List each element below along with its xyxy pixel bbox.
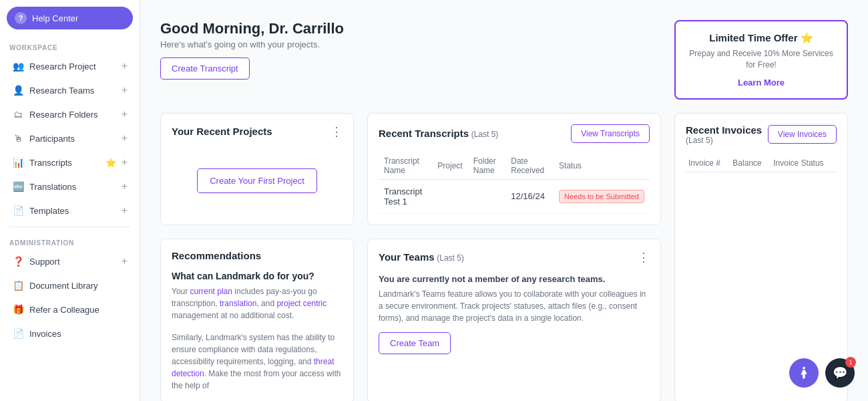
transcript-date: 12/16/24	[505, 179, 554, 213]
sidebar-item-invoices[interactable]: 📄 Invoices	[3, 321, 137, 346]
sidebar-item-label: Invoices	[29, 329, 128, 339]
recent-projects-card: Your Recent Projects ⋮ Create Your First…	[160, 113, 354, 225]
sidebar-item-translations[interactable]: 🔤 Translations +	[3, 174, 137, 198]
th-date-received: Date Received	[505, 152, 554, 180]
transcripts-title: Recent Transcripts	[379, 128, 469, 139]
learn-more-button[interactable]: Learn More	[738, 78, 785, 88]
main-content: Good Morning, Dr. Carrillo Here's what's…	[140, 0, 868, 401]
rec-para2: Similarly, Landmark's system has the abi…	[172, 331, 343, 392]
th-status: Status	[554, 152, 650, 180]
th-invoice-status: Invoice Status	[771, 154, 837, 172]
sidebar-item-label: Refer a Colleague	[29, 305, 128, 315]
teams-description: Landmark's Teams feature allows you to c…	[379, 288, 650, 324]
promo-description: Prepay and Receive 10% More Services for…	[689, 48, 833, 71]
recent-projects-more-icon[interactable]: ⋮	[331, 124, 343, 139]
sidebar-item-transcripts[interactable]: 📊 Transcripts ⭐ +	[3, 150, 137, 174]
workspace-section-label: WORKSPACE	[0, 36, 140, 54]
teams-card: Your Teams (Last 5) ⋮ You are currently …	[367, 239, 661, 401]
sidebar-item-label: Research Project	[29, 61, 116, 72]
rec-link2[interactable]: translation	[220, 299, 256, 308]
sidebar-item-document-library[interactable]: 📋 Document Library	[3, 273, 137, 297]
th-balance: Balance	[730, 154, 771, 172]
star-icon: ⭐	[105, 158, 116, 168]
greeting: Good Morning, Dr. Carrillo Here's what's…	[160, 20, 344, 80]
status-badge: Needs to be Submitted	[559, 190, 644, 203]
rec-link3[interactable]: project centric	[276, 299, 327, 308]
chat-icon: 💬	[833, 366, 847, 380]
help-center-button[interactable]: ? Help Center	[7, 7, 133, 29]
greeting-title: Good Morning, Dr. Carrillo	[160, 20, 344, 37]
teams-more-icon[interactable]: ⋮	[638, 250, 650, 265]
transcripts-table-header-row: Transcript Name Project Folder Name Date…	[379, 152, 650, 180]
recent-projects-title: Your Recent Projects	[172, 126, 272, 137]
floating-buttons: 💬 1	[789, 358, 855, 388]
transcript-name: Transcript Test 1	[379, 179, 432, 213]
sidebar-item-label: Translations	[29, 182, 116, 192]
th-folder-name: Folder Name	[468, 152, 506, 180]
th-project: Project	[432, 152, 467, 180]
templates-icon: 📄	[12, 205, 24, 217]
recent-transcripts-header: Recent Transcripts (Last 5) View Transcr…	[379, 124, 650, 143]
transcripts-table: Transcript Name Project Folder Name Date…	[379, 152, 650, 214]
teams-subtitle: (Last 5)	[437, 253, 464, 263]
transcripts-title-group: Recent Transcripts (Last 5)	[379, 128, 498, 139]
greeting-subtitle: Here's what's going on with your project…	[160, 39, 344, 49]
chat-button[interactable]: 💬 1	[825, 358, 855, 388]
transcripts-icon: 📊	[12, 156, 24, 168]
view-transcripts-button[interactable]: View Transcripts	[571, 124, 650, 143]
sidebar-item-research-folders[interactable]: 🗂 Research Folders +	[3, 102, 137, 126]
sidebar-item-support[interactable]: ❓ Support +	[3, 249, 137, 273]
question-icon: ?	[15, 12, 27, 24]
transcript-folder	[468, 179, 506, 213]
accessibility-button[interactable]	[789, 358, 819, 388]
teams-title-group: Your Teams (Last 5)	[379, 251, 464, 263]
dashboard-grid: Your Recent Projects ⋮ Create Your First…	[160, 113, 848, 401]
add-participants-button[interactable]: +	[122, 132, 128, 144]
help-center-label: Help Center	[32, 13, 78, 23]
add-templates-button[interactable]: +	[122, 205, 128, 217]
invoices-table-header-row: Invoice # Balance Invoice Status	[686, 154, 837, 172]
invoices-title-group: Recent Invoices (Last 5)	[686, 124, 762, 145]
add-research-project-button[interactable]: +	[122, 60, 128, 72]
teams-title: Your Teams	[379, 251, 435, 263]
add-transcripts-button[interactable]: +	[122, 156, 128, 168]
invoices-subtitle: (Last 5)	[686, 136, 762, 145]
recommendations-title: Recommendations	[172, 250, 261, 261]
invoices-title: Recent Invoices	[686, 124, 762, 136]
rec-link1[interactable]: current plan	[190, 287, 232, 296]
add-translations-button[interactable]: +	[122, 180, 128, 192]
sidebar-item-label: Participants	[29, 134, 116, 144]
chat-badge: 1	[845, 357, 856, 368]
recent-projects-header: Your Recent Projects ⋮	[172, 124, 343, 139]
header-row: Good Morning, Dr. Carrillo Here's what's…	[160, 20, 848, 100]
document-library-icon: 📋	[12, 279, 24, 291]
sidebar-item-research-teams[interactable]: 👤 Research Teams +	[3, 78, 137, 102]
accessibility-icon	[797, 366, 811, 380]
rec-what-title: What can Landmark do for you?	[172, 271, 343, 281]
research-folders-icon: 🗂	[12, 108, 24, 120]
teams-empty-text: You are currently not a member of any re…	[379, 274, 650, 284]
rec-link4[interactable]: threat detection	[172, 357, 334, 378]
promo-star-icon: ⭐	[801, 32, 813, 43]
refer-colleague-icon: 🎁	[12, 303, 24, 315]
teams-header: Your Teams (Last 5) ⋮	[379, 250, 650, 265]
rec-para1: Your current plan includes pay-as-you go…	[172, 285, 343, 321]
research-project-icon: 👥	[12, 60, 24, 72]
create-first-project-button[interactable]: Create Your First Project	[197, 168, 317, 193]
recent-transcripts-card: Recent Transcripts (Last 5) View Transcr…	[367, 113, 661, 225]
add-research-folders-button[interactable]: +	[122, 108, 128, 120]
sidebar-item-refer-colleague[interactable]: 🎁 Refer a Colleague	[3, 297, 137, 321]
sidebar-item-participants[interactable]: 🖱 Participants +	[3, 126, 137, 150]
support-icon: ❓	[12, 255, 24, 267]
view-invoices-button[interactable]: View Invoices	[768, 125, 837, 144]
sidebar-item-research-project[interactable]: 👥 Research Project +	[3, 54, 137, 78]
create-team-button[interactable]: Create Team	[379, 332, 451, 354]
sidebar-item-templates[interactable]: 📄 Templates +	[3, 198, 137, 223]
svg-point-0	[803, 367, 805, 370]
add-support-button[interactable]: +	[122, 255, 128, 267]
th-invoice-num: Invoice #	[686, 154, 730, 172]
create-transcript-button[interactable]: Create Transcript	[160, 57, 250, 80]
create-first-container: Create Your First Project	[172, 148, 343, 214]
add-research-teams-button[interactable]: +	[122, 84, 128, 96]
sidebar-item-label: Support	[29, 257, 116, 267]
